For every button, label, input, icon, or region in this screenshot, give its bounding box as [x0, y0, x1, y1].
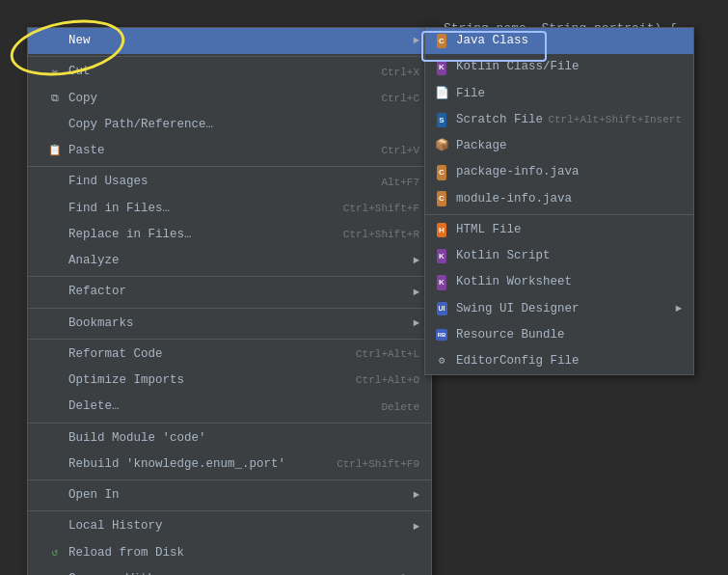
submenu-item-package-info[interactable]: C package-info.java — [425, 159, 693, 185]
menu-label-delete: Delete… — [68, 397, 120, 417]
copy-icon: ⧉ — [47, 91, 63, 106]
refactor-icon — [47, 285, 63, 300]
submenu-label-file: File — [456, 84, 485, 104]
kotlin-class-icon: K — [433, 60, 450, 75]
menu-item-paste[interactable]: 📋 Paste Ctrl+V — [28, 138, 431, 164]
paste-shortcut: Ctrl+V — [381, 142, 419, 160]
compare-icon: ⇄ — [47, 571, 63, 575]
menu-label-cut: Cut — [68, 62, 91, 82]
menu-item-build[interactable]: Build Module 'code' — [28, 425, 431, 452]
menu-item-compare[interactable]: ⇄ Compare With… Ctrl+D — [28, 566, 431, 575]
submenu-item-editor-config[interactable]: ⚙ EditorConfig File — [425, 348, 693, 374]
reformat-icon — [47, 346, 63, 362]
delete-shortcut: Delete — [381, 398, 419, 417]
menu-item-cut[interactable]: ✂ Cut Ctrl+X — [28, 59, 431, 85]
find-usages-shortcut: Alt+F7 — [381, 174, 419, 192]
copy-shortcut: Ctrl+C — [381, 90, 419, 108]
paste-icon: 📋 — [47, 144, 63, 159]
submenu-item-file[interactable]: 📄 File — [425, 81, 693, 107]
submenu-item-scratch[interactable]: S Scratch File Ctrl+Alt+Shift+Insert — [425, 107, 693, 133]
menu-item-local-history[interactable]: Local History ► — [28, 513, 431, 539]
menu-item-reformat[interactable]: Reformat Code Ctrl+Alt+L — [28, 342, 431, 368]
scratch-icon: S — [433, 112, 450, 127]
submenu-item-kotlin-script[interactable]: K Kotlin Script — [425, 243, 693, 269]
menu-item-replace-files[interactable]: Replace in Files… Ctrl+Shift+R — [28, 222, 431, 248]
compare-shortcut: Ctrl+D — [381, 570, 419, 575]
menu-label-rebuild: Rebuild 'knowledge.enum_.port' — [68, 454, 285, 475]
submenu-label-module-info: module-info.java — [456, 189, 572, 209]
menu-label-reformat: Reformat Code — [68, 344, 163, 365]
submenu-label-kotlin-worksheet: Kotlin Worksheet — [456, 272, 572, 292]
new-arrow: ► — [413, 32, 419, 50]
submenu-new: C Java Class K Kotlin Class/File 📄 File … — [424, 27, 694, 375]
find-files-shortcut: Ctrl+Shift+F — [343, 200, 419, 218]
menu-label-copy: Copy — [68, 89, 97, 109]
submenu-label-swing: Swing UI Designer — [456, 299, 580, 319]
swing-icon: UI — [433, 301, 450, 316]
submenu-label-kotlin-script: Kotlin Script — [456, 246, 551, 266]
submenu-label-scratch: Scratch File — [456, 110, 543, 130]
menu-item-reload[interactable]: ↺ Reload from Disk — [28, 540, 431, 566]
analyze-icon — [47, 254, 63, 269]
rebuild-shortcut: Ctrl+Shift+F9 — [337, 455, 419, 474]
editor-config-icon: ⚙ — [433, 354, 450, 370]
menu-item-optimize[interactable]: Optimize Imports Ctrl+Alt+O — [28, 368, 431, 394]
menu-item-bookmarks[interactable]: Bookmarks ► — [28, 311, 431, 337]
package-icon: 📦 — [433, 139, 450, 154]
menu-label-new: New — [68, 31, 91, 51]
swing-arrow: ► — [675, 300, 682, 318]
copy-path-icon — [47, 117, 63, 132]
submenu-label-package: Package — [456, 136, 507, 156]
build-icon — [47, 430, 63, 446]
submenu-label-kotlin-class: Kotlin Class/File — [456, 57, 580, 77]
module-info-icon: C — [433, 191, 450, 206]
submenu-item-package[interactable]: 📦 Package — [425, 133, 693, 159]
refactor-arrow: ► — [413, 284, 419, 302]
open-in-icon — [47, 488, 63, 504]
bookmarks-arrow: ► — [413, 315, 419, 333]
menu-label-reload: Reload from Disk — [68, 543, 184, 563]
submenu-label-html: HTML File — [456, 220, 522, 240]
submenu-item-java-class[interactable]: C Java Class — [425, 28, 693, 54]
menu-item-open-in[interactable]: Open In ► — [28, 482, 431, 508]
menu-item-refactor[interactable]: Refactor ► — [28, 279, 431, 305]
menu-label-compare: Compare With… — [68, 569, 163, 575]
menu-item-find-usages[interactable]: Find Usages Alt+F7 — [28, 169, 431, 195]
reformat-shortcut: Ctrl+Alt+L — [356, 345, 419, 364]
html-icon: H — [433, 222, 450, 237]
reload-icon: ↺ — [47, 545, 63, 561]
java-class-icon: C — [433, 34, 450, 49]
delete-icon — [47, 399, 63, 415]
menu-label-paste: Paste — [68, 141, 105, 161]
submenu-item-kotlin-worksheet[interactable]: K Kotlin Worksheet — [425, 269, 693, 295]
menu-item-new[interactable]: New ► — [28, 28, 431, 54]
menu-item-rebuild[interactable]: Rebuild 'knowledge.enum_.port' Ctrl+Shif… — [28, 452, 431, 478]
menu-label-optimize: Optimize Imports — [68, 370, 184, 391]
submenu-item-html[interactable]: H HTML File — [425, 217, 693, 243]
scratch-shortcut: Ctrl+Alt+Shift+Insert — [548, 111, 682, 129]
find-files-icon — [47, 201, 63, 216]
submenu-label-package-info: package-info.java — [456, 162, 580, 182]
context-menu: New ► ✂ Cut Ctrl+X ⧉ Copy Ctrl+C Copy Pa… — [27, 27, 432, 575]
cut-icon: ✂ — [47, 65, 63, 80]
file-icon: 📄 — [433, 86, 450, 101]
menu-label-bookmarks: Bookmarks — [68, 314, 134, 334]
bookmarks-icon — [47, 315, 63, 331]
find-usages-icon — [47, 175, 63, 190]
menu-item-find-files[interactable]: Find in Files… Ctrl+Shift+F — [28, 196, 431, 222]
submenu-item-module-info[interactable]: C module-info.java — [425, 186, 693, 212]
menu-item-delete[interactable]: Delete… Delete — [28, 394, 431, 420]
replace-files-icon — [47, 227, 63, 242]
submenu-item-kotlin-class[interactable]: K Kotlin Class/File — [425, 54, 693, 80]
submenu-item-resource-bundle[interactable]: RB Resource Bundle — [425, 322, 693, 348]
menu-label-copy-path: Copy Path/Reference… — [68, 115, 213, 135]
submenu-item-swing[interactable]: UI Swing UI Designer ► — [425, 296, 693, 322]
menu-label-open-in: Open In — [68, 485, 120, 506]
menu-label-find-usages: Find Usages — [68, 172, 148, 192]
menu-item-analyze[interactable]: Analyze ► — [28, 248, 431, 274]
menu-item-copy-path[interactable]: Copy Path/Reference… — [28, 112, 431, 138]
optimize-icon — [47, 373, 63, 389]
submenu-label-resource-bundle: Resource Bundle — [456, 325, 565, 345]
optimize-shortcut: Ctrl+Alt+O — [356, 371, 419, 390]
menu-item-copy[interactable]: ⧉ Copy Ctrl+C — [28, 86, 431, 112]
